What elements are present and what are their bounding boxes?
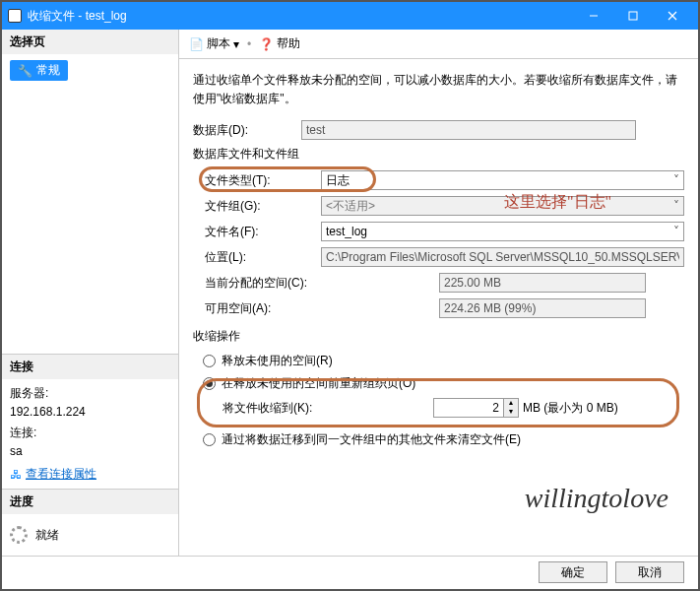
location-field (321, 247, 684, 267)
progress-spinner-icon (10, 526, 28, 544)
titlebar: 收缩文件 - test_log (2, 2, 698, 30)
progress-header: 进度 (2, 490, 178, 514)
content-area: 📄 脚本 ▾ • ❓ 帮助 通过收缩单个文件释放未分配的空间，可以减小数据库的大… (179, 30, 698, 556)
chevron-down-icon: ˅ (673, 225, 679, 238)
shrink-to-spinner[interactable]: ▲▼ (433, 398, 519, 418)
script-button[interactable]: 📄 脚本 ▾ (189, 35, 239, 52)
help-icon: ❓ (259, 37, 274, 51)
database-label: 数据库(D): (193, 122, 301, 139)
available-field (439, 298, 646, 318)
chevron-down-icon: ˅ (673, 199, 679, 213)
help-button[interactable]: ❓ 帮助 (259, 35, 300, 52)
close-button[interactable] (653, 3, 692, 29)
radio-icon (203, 377, 216, 390)
sidebar-item-label: 常规 (36, 62, 60, 79)
progress-status: 就绪 (35, 527, 59, 544)
filename-label: 文件名(F): (193, 224, 321, 240)
chevron-down-icon: ˅ (673, 173, 679, 187)
files-header: 数据库文件和文件组 (193, 146, 684, 163)
script-icon: 📄 (189, 37, 204, 51)
toolbar: 📄 脚本 ▾ • ❓ 帮助 (179, 30, 698, 59)
radio-reorganize[interactable]: 在释放未使用的空间前重新组织页(O) (203, 375, 684, 392)
shrink-to-label: 将文件收缩到(K): (223, 400, 429, 417)
sidebar-item-general[interactable]: 🔧 常规 (10, 60, 68, 81)
svg-rect-1 (629, 12, 637, 20)
conn-value: sa (10, 444, 170, 458)
highlight-filetype (199, 166, 376, 192)
database-field (301, 120, 636, 140)
filegroup-label: 文件组(G): (193, 198, 321, 215)
maximize-button[interactable] (613, 3, 653, 29)
window-title: 收缩文件 - test_log (28, 8, 574, 25)
chevron-down-icon: ▾ (233, 37, 239, 51)
radio-empty-file[interactable]: 通过将数据迁移到同一文件组中的其他文件来清空文件(E) (203, 431, 684, 448)
allocated-label: 当前分配的空间(C): (193, 275, 439, 292)
spin-down-icon[interactable]: ▼ (504, 408, 518, 417)
cancel-button[interactable]: 取消 (615, 561, 684, 583)
ok-button[interactable]: 确定 (539, 561, 607, 583)
radio-icon (203, 433, 216, 446)
watermark: willingtolove (525, 483, 668, 514)
description-text: 通过收缩单个文件释放未分配的空间，可以减小数据库的大小。若要收缩所有数据库文件，… (179, 59, 698, 120)
select-page-header: 选择页 (2, 30, 178, 54)
app-icon (8, 9, 22, 23)
separator: • (247, 37, 251, 51)
shrink-ops-header: 收缩操作 (193, 328, 684, 345)
sidebar: 选择页 🔧 常规 连接 服务器: 192.168.1.224 连接: sa 🖧 … (2, 30, 179, 556)
connection-props-icon: 🖧 (10, 468, 22, 482)
radio-icon (203, 355, 216, 367)
server-label: 服务器: (10, 385, 170, 402)
view-connection-props-link[interactable]: 查看连接属性 (26, 466, 96, 483)
allocated-field (439, 273, 646, 293)
wrench-icon: 🔧 (18, 64, 32, 78)
minimize-button[interactable] (574, 3, 613, 29)
shrink-to-suffix: MB (最小为 0 MB) (523, 400, 618, 417)
spin-up-icon[interactable]: ▲ (504, 399, 518, 408)
available-label: 可用空间(A): (193, 300, 439, 317)
connection-header: 连接 (2, 355, 178, 379)
annotation-select-log: 这里选择"日志" (504, 192, 611, 213)
footer: 确定 取消 (2, 556, 698, 587)
filename-select[interactable]: test_log ˅ (321, 222, 684, 241)
conn-label: 连接: (10, 425, 170, 441)
server-value: 192.168.1.224 (10, 405, 170, 419)
radio-release-unused[interactable]: 释放未使用的空间(R) (203, 353, 684, 369)
filegroup-select: <不适用> ˅ (321, 196, 684, 216)
location-label: 位置(L): (193, 249, 321, 266)
